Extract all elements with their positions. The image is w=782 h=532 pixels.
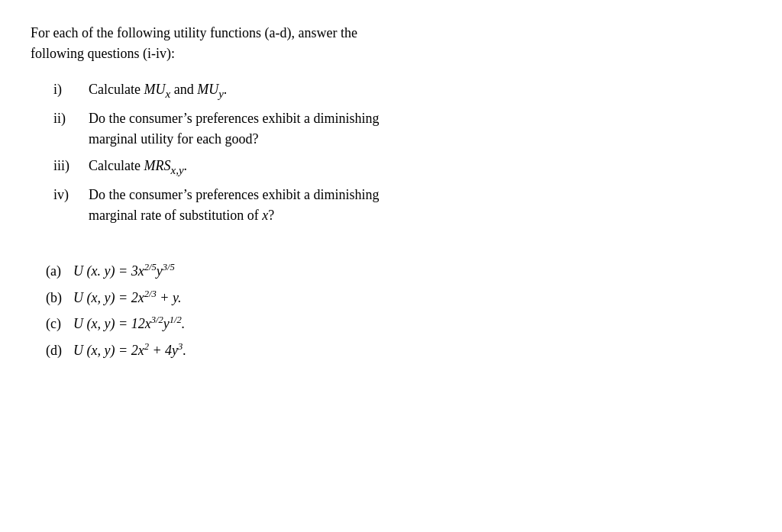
question-text-iv: Do the consumer’s preferences exhibit a …: [89, 185, 751, 226]
intro-paragraph: For each of the following utility functi…: [31, 23, 751, 64]
question-label-iv: iv): [53, 185, 89, 205]
function-expr-d: U (x, y) = 2x2 + 4y3.: [73, 339, 186, 363]
question-label-i: i): [53, 79, 89, 100]
question-text-ii: Do the consumer’s preferences exhibit a …: [89, 108, 751, 150]
function-label-a: (a): [46, 260, 73, 283]
function-expr-b: U (x, y) = 2x2/3 + y.: [73, 286, 181, 310]
question-item-ii: ii) Do the consumer’s preferences exhibi…: [53, 108, 751, 150]
question-label-iii: iii): [53, 156, 89, 176]
main-content: For each of the following utility functi…: [31, 23, 751, 363]
question-label-ii: ii): [53, 108, 89, 129]
function-item-c: (c) U (x, y) = 12x3/2y1/2.: [46, 312, 751, 336]
question-text-iii: Calculate MRSx,y.: [89, 156, 751, 179]
function-item-d: (d) U (x, y) = 2x2 + 4y3.: [46, 339, 751, 363]
questions-list: i) Calculate MUx and MUy. ii) Do the con…: [53, 79, 751, 226]
question-item-iv: iv) Do the consumer’s preferences exhibi…: [53, 185, 751, 226]
question-item-i: i) Calculate MUx and MUy.: [53, 79, 751, 102]
function-expr-c: U (x, y) = 12x3/2y1/2.: [73, 312, 185, 336]
function-item-a: (a) U (x. y) = 3x2/5y3/5: [46, 260, 751, 283]
intro-line1: For each of the following utility functi…: [31, 25, 357, 40]
function-expr-a: U (x. y) = 3x2/5y3/5: [73, 260, 175, 283]
question-text-i: Calculate MUx and MUy.: [89, 79, 751, 102]
function-label-c: (c): [46, 312, 73, 336]
intro-line2: following questions (i-iv):: [31, 46, 175, 61]
question-item-iii: iii) Calculate MRSx,y.: [53, 156, 751, 179]
function-label-b: (b): [46, 286, 73, 310]
function-label-d: (d): [46, 339, 73, 363]
function-item-b: (b) U (x, y) = 2x2/3 + y.: [46, 286, 751, 310]
functions-list: (a) U (x. y) = 3x2/5y3/5 (b) U (x, y) = …: [46, 260, 751, 362]
